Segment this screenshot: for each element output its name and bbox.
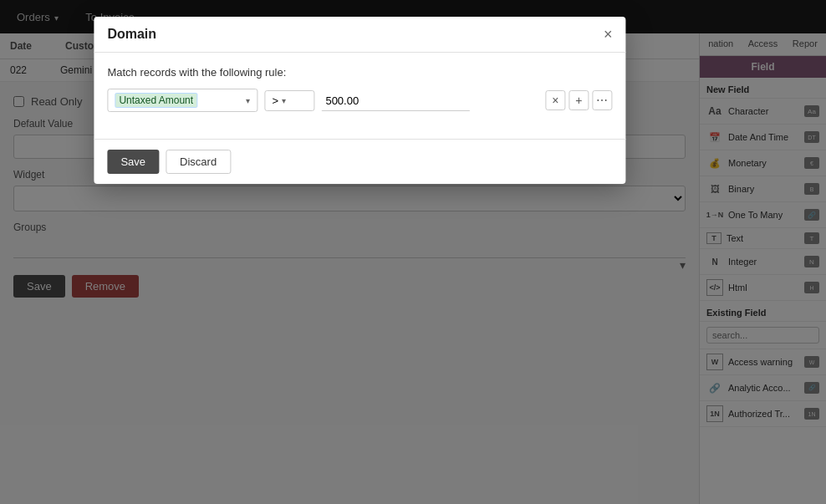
rule-operator-selector[interactable]: > ▾ — [264, 90, 314, 111]
rule-operator-value: > — [272, 94, 278, 107]
modal-close-button[interactable]: × — [604, 27, 613, 42]
field-dropdown-arrow: ▾ — [246, 96, 250, 105]
modal-header: Domain × — [94, 17, 625, 53]
modal-body: Match records with the following rule: U… — [94, 53, 625, 139]
rule-more-button[interactable]: ⋯ — [592, 90, 612, 110]
modal-save-button[interactable]: Save — [107, 150, 159, 174]
modal-footer: Save Discard — [94, 139, 625, 184]
rule-add-button[interactable]: + — [569, 90, 589, 110]
modal-rule-row: Untaxed Amount ▾ > ▾ × + ⋯ — [107, 89, 612, 112]
rule-delete-button[interactable]: × — [545, 90, 565, 110]
rule-value-input[interactable] — [321, 90, 470, 111]
modal-rule-label: Match records with the following rule: — [107, 66, 612, 79]
domain-modal: Domain × Match records with the followin… — [94, 17, 625, 184]
operator-dropdown-arrow: ▾ — [282, 96, 286, 105]
rule-actions: × + ⋯ — [545, 90, 612, 110]
rule-field-selector[interactable]: Untaxed Amount ▾ — [107, 89, 257, 112]
rule-field-value: Untaxed Amount — [115, 93, 197, 108]
modal-title: Domain — [107, 27, 156, 42]
modal-discard-button[interactable]: Discard — [166, 150, 231, 174]
